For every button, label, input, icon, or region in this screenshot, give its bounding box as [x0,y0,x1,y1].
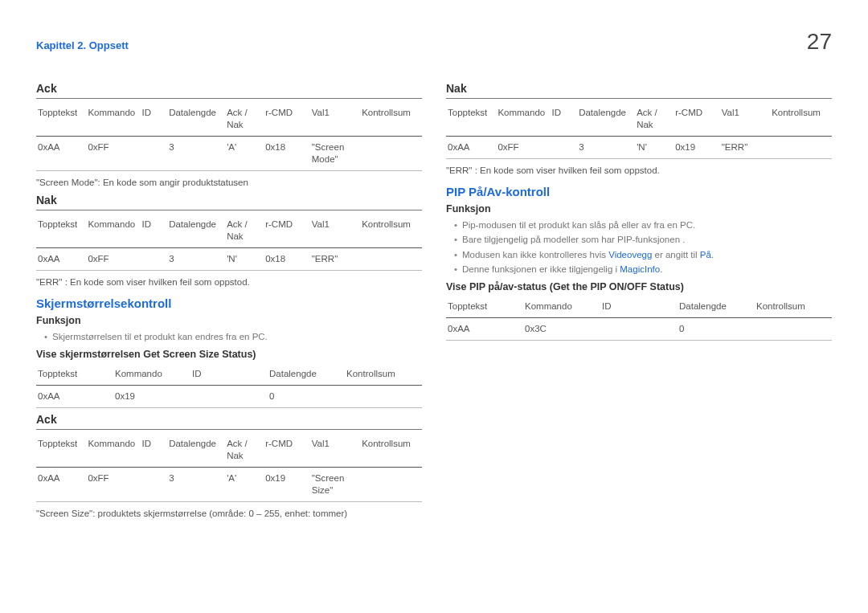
th-topptekst: Topptekst [36,433,86,467]
cell [190,386,268,408]
table-row: 0xAA 0xFF 3 'N' 0x19 "ERR" [446,136,832,158]
table-row: 0xAA 0x19 0 [36,386,422,408]
cell: 0 [678,318,755,341]
nak2-note: "ERR" : En kode som viser hvilken feil s… [446,164,832,177]
th-acknak: Ack / Nak [225,102,264,136]
th-kommando: Kommando [86,214,140,247]
th-rcmd: r-CMD [264,433,310,467]
th-id: ID [141,214,168,247]
cell: 0xAA [446,136,496,158]
page-number: 27 [807,29,832,55]
list-item: Pip-modusen til et produkt kan slås på e… [454,218,832,232]
cell: 0x19 [113,386,190,408]
th-topptekst: Topptekst [446,296,523,317]
ack2-heading: Ack [36,413,422,430]
th-rcmd: r-CMD [264,214,310,247]
ack-table: Topptekst Kommando ID Datalengde Ack / N… [36,102,422,171]
cell: 3 [167,467,225,501]
cell: 'N' [635,136,674,158]
th-val1: Val1 [310,102,360,136]
th-topptekst: Topptekst [36,102,86,136]
cell: 0xAA [36,386,113,408]
nak-table: Topptekst Kommando ID Datalengde Ack / N… [36,214,422,271]
cell: 'A' [225,467,264,501]
th-acknak: Ack / Nak [635,102,674,136]
screensize-heading: Skjermstørrelsekontroll [36,296,422,310]
th-kontrollsum: Kontrollsum [360,433,422,467]
table-row: 0xAA 0x3C 0 [446,318,832,341]
cell: 0xFF [86,467,140,501]
cell [770,136,832,158]
cell: 0x18 [264,136,310,170]
th-kontrollsum: Kontrollsum [755,296,832,317]
cell: 0xAA [446,318,523,341]
th-kontrollsum: Kontrollsum [770,102,832,136]
cell: 0xFF [86,136,140,170]
cell: 3 [167,136,225,170]
ack2-note: "Screen Size": produktets skjermstørrels… [36,507,422,520]
nak2-heading: Nak [446,82,832,99]
text: er angitt til [652,250,699,260]
ack2-table: Topptekst Kommando ID Datalengde Ack / N… [36,433,422,502]
text: . [660,264,662,274]
funksjon2-list: Pip-modusen til et produkt kan slås på e… [446,218,832,277]
cell: "ERR" [310,247,360,270]
nak-heading: Nak [36,194,422,210]
cell: 0x19 [674,136,720,158]
nak2-table: Topptekst Kommando ID Datalengde Ack / N… [446,102,832,159]
cell: 0xAA [36,136,86,170]
cell [141,467,168,501]
th-datalengde: Datalengde [167,102,225,136]
vise-pip-table: Topptekst Kommando ID Datalengde Kontrol… [446,296,832,341]
cell: 'N' [225,247,264,270]
th-kommando: Kommando [496,102,550,136]
cell: 0x19 [264,467,310,501]
cell [360,136,422,170]
th-val1: Val1 [310,433,360,467]
cell [345,386,422,408]
pip-heading: PIP På/Av-kontroll [446,185,832,198]
list-item: Modusen kan ikke kontrolleres hvis Video… [454,247,832,262]
th-kommando: Kommando [523,296,600,317]
left-column: Ack Topptekst Kommando ID Datalengde Ack… [36,77,422,525]
link-paa[interactable]: På [700,250,711,260]
th-val1: Val1 [310,214,360,247]
page: Kapittel 2. Oppsett 27 Ack Topptekst Kom… [0,0,868,613]
th-topptekst: Topptekst [446,102,496,136]
th-topptekst: Topptekst [36,214,86,247]
cell [360,467,422,501]
cell [141,136,168,170]
vise-table: Topptekst Kommando ID Datalengde Kontrol… [36,363,422,408]
th-rcmd: r-CMD [674,102,720,136]
th-val1: Val1 [720,102,770,136]
list-item: Skjermstørrelsen til et produkt kan endr… [44,329,422,344]
link-magicinfo[interactable]: MagicInfo [620,264,660,274]
cell: "Screen Size" [310,467,360,501]
ack-heading: Ack [36,82,422,99]
th-datalengde: Datalengde [167,214,225,247]
cell: 0xFF [496,136,550,158]
link-videovegg[interactable]: Videovegg [608,250,652,260]
th-id: ID [141,102,168,136]
funksjon2-heading: Funksjon [446,203,832,215]
th-topptekst: Topptekst [36,363,113,385]
ack-note: "Screen Mode": En kode som angir produkt… [36,176,422,189]
cell: 0x18 [264,247,310,270]
page-header: Kapittel 2. Oppsett 27 [36,29,832,55]
th-acknak: Ack / Nak [225,433,264,467]
cell [755,318,832,341]
th-kommando: Kommando [113,363,190,385]
th-datalengde: Datalengde [268,363,345,385]
cell: "ERR" [720,136,770,158]
cell: 'A' [225,136,264,170]
th-datalengde: Datalengde [678,296,755,317]
th-kommando: Kommando [86,433,140,467]
cell [141,247,168,270]
cell: 0x3C [523,318,600,341]
th-kontrollsum: Kontrollsum [345,363,422,385]
right-column: Nak Topptekst Kommando ID Datalengde Ack… [446,77,832,525]
cell: 3 [577,136,635,158]
content-columns: Ack Topptekst Kommando ID Datalengde Ack… [36,77,832,525]
cell: 0xAA [36,467,86,501]
th-id: ID [190,363,268,385]
